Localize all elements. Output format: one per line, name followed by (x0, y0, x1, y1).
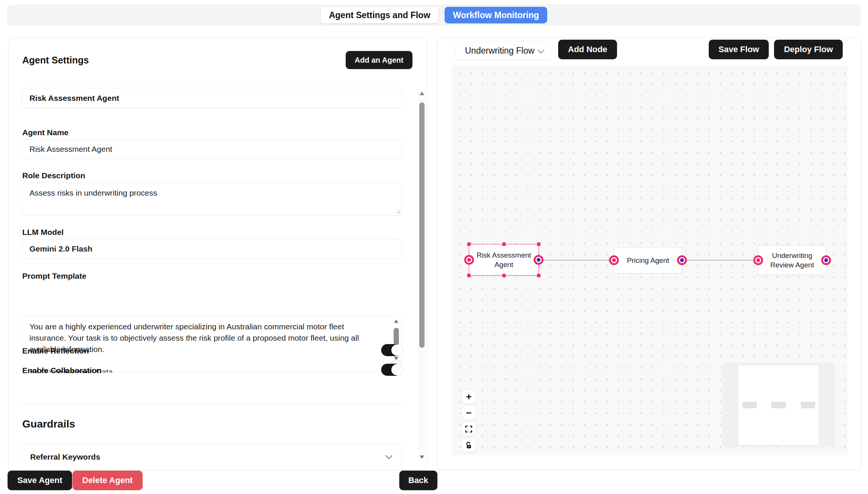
chevron-down-icon (537, 46, 544, 53)
section-divider (22, 404, 402, 404)
resize-edge[interactable] (502, 242, 506, 246)
target-handle[interactable] (609, 255, 619, 265)
tab-workflow-monitoring[interactable]: Workflow Monitoring (445, 7, 547, 23)
target-handle[interactable] (464, 255, 474, 265)
plus-icon: + (466, 391, 471, 403)
node-label: Underwriting Review Agent (763, 251, 822, 270)
add-agent-button[interactable]: Add an Agent (346, 51, 412, 69)
canvas-controls: + − (462, 389, 476, 452)
source-handle[interactable] (534, 255, 543, 265)
referral-keywords-accordion[interactable]: Referral Keywords (22, 443, 402, 470)
agent-selector-item[interactable]: Risk Assessment Agent (22, 88, 402, 108)
lock-icon (465, 442, 472, 449)
resize-corner[interactable] (467, 242, 471, 246)
role-description-value: Assess risks in underwriting process (29, 187, 378, 199)
flow-selector-value: Underwriting Flow (465, 46, 534, 56)
enable-reflection-label: Enable Reflection (22, 346, 89, 355)
agent-settings-panel: Agent Settings Add an Agent Risk Assessm… (8, 38, 427, 470)
scroll-up-icon[interactable] (394, 320, 399, 323)
minimap-node (801, 402, 815, 408)
agent-name-input[interactable]: Risk Assessment Agent (22, 139, 402, 159)
edge-risk-to-pricing[interactable] (539, 260, 614, 261)
panel-scrollbar[interactable] (418, 89, 426, 462)
enable-collaboration-toggle[interactable] (381, 364, 402, 376)
node-label: Pricing Agent (627, 256, 669, 265)
flow-canvas[interactable]: Risk Assessment Agent Pricing Agent Unde… (451, 65, 848, 455)
source-handle[interactable] (821, 255, 831, 265)
agent-name-label: Agent Name (22, 128, 69, 137)
enable-reflection-toggle[interactable] (381, 344, 402, 356)
fit-view-button[interactable] (462, 422, 476, 436)
zoom-in-button[interactable]: + (462, 389, 476, 404)
prompt-template-label: Prompt Template (22, 272, 86, 281)
resize-corner[interactable] (467, 274, 471, 277)
agent-settings-title: Agent Settings (22, 55, 89, 66)
node-pricing-agent[interactable]: Pricing Agent (614, 247, 682, 273)
chevron-down-icon (385, 452, 392, 459)
minus-icon: − (466, 407, 471, 419)
role-description-label: Role Description (22, 171, 85, 180)
llm-model-select[interactable]: Gemini 2.0 Flash (22, 239, 402, 259)
guardrails-title: Guardrails (22, 418, 75, 430)
delete-agent-button[interactable]: Delete Agent (72, 471, 143, 490)
deploy-flow-button[interactable]: Deploy Flow (774, 40, 843, 59)
referral-keywords-label: Referral Keywords (30, 452, 100, 462)
resize-handle-icon[interactable] (395, 208, 400, 214)
node-underwriting-review-agent[interactable]: Underwriting Review Agent (758, 245, 826, 275)
zoom-out-button[interactable]: − (462, 406, 476, 420)
scroll-down-icon[interactable] (394, 357, 399, 360)
minimap[interactable] (722, 363, 835, 447)
minimap-node (742, 402, 757, 408)
prompt-template-textarea[interactable]: You are a highly experienced underwriter… (22, 316, 402, 373)
edge-pricing-to-review[interactable] (682, 260, 758, 261)
back-button[interactable]: Back (399, 471, 437, 490)
scroll-up-icon[interactable] (420, 92, 424, 95)
add-node-button[interactable]: Add Node (558, 40, 617, 59)
target-handle[interactable] (753, 255, 763, 265)
enable-collaboration-label: Enable Collaboration (22, 366, 102, 375)
resize-corner[interactable] (537, 242, 540, 246)
source-handle[interactable] (677, 255, 687, 265)
scroll-down-icon[interactable] (420, 455, 424, 459)
save-flow-button[interactable]: Save Flow (709, 40, 769, 59)
tab-agent-settings-and-flow[interactable]: Agent Settings and Flow (321, 7, 439, 23)
flow-action-buttons: Save Flow Deploy Flow (709, 40, 843, 59)
panel-scrollbar-thumb[interactable] (419, 102, 425, 348)
role-description-textarea[interactable]: Assess risks in underwriting process (22, 182, 402, 216)
lock-button[interactable] (462, 438, 476, 452)
workflow-editor-panel: Underwriting Flow Add Node Save Flow Dep… (437, 38, 861, 470)
node-label: Risk Assessment Agent (474, 250, 534, 269)
prompt-scrollbar-thumb[interactable] (394, 328, 399, 345)
resize-edge[interactable] (502, 274, 506, 277)
top-tab-bar: Agent Settings and Flow Workflow Monitor… (7, 5, 861, 26)
fit-view-icon (465, 426, 472, 432)
node-risk-assessment-agent[interactable]: Risk Assessment Agent (469, 244, 539, 276)
minimap-node (771, 402, 786, 408)
resize-corner[interactable] (537, 274, 540, 277)
save-agent-button[interactable]: Save Agent (8, 471, 72, 490)
llm-model-label: LLM Model (22, 228, 64, 237)
flow-selector-dropdown[interactable]: Underwriting Flow (456, 41, 551, 60)
app-root: Agent Settings and Flow Workflow Monitor… (0, 0, 868, 494)
